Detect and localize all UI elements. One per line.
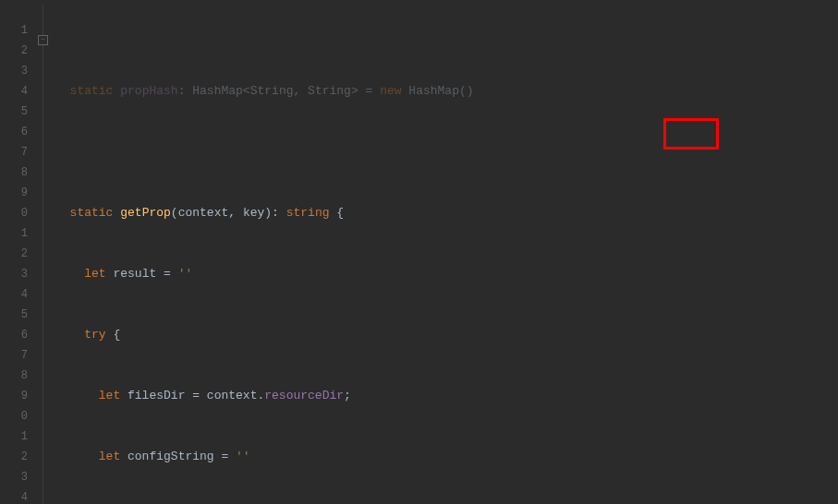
fold-toggle-icon[interactable]: −: [38, 35, 48, 45]
code-area[interactable]: static propHash: HashMap<String, String>…: [52, 0, 838, 504]
fold-column[interactable]: −: [35, 0, 52, 504]
line-number-gutter: 1 2 3 4 5 6 7 8 9 0 1 2 3 4 5 6 7 8 9 0 …: [0, 0, 35, 504]
code-editor[interactable]: 1 2 3 4 5 6 7 8 9 0 1 2 3 4 5 6 7 8 9 0 …: [0, 0, 838, 504]
